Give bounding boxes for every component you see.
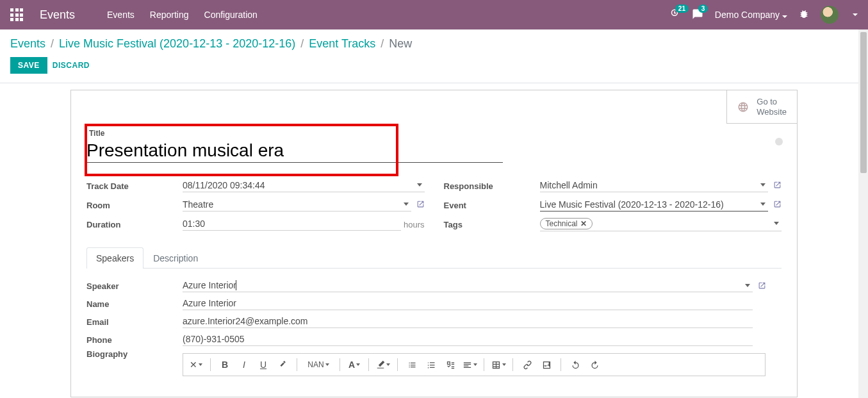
tab-speakers[interactable]: Speakers [86, 247, 143, 269]
rich-text-toolbar: ✕ B I U NAN A [183, 353, 766, 376]
track-date-field[interactable]: 08/11/2020 09:34:44 [183, 180, 425, 192]
scrollbar[interactable] [858, 29, 868, 398]
tags-field[interactable]: Technical✕ [540, 218, 782, 231]
email-label: Email [86, 317, 183, 327]
rte-style-icon[interactable]: ✕ [187, 356, 205, 373]
speaker-label: Speaker [86, 281, 183, 291]
chevron-down-icon [745, 284, 750, 287]
rte-link-icon[interactable] [518, 356, 536, 373]
scrollbar-thumb[interactable] [860, 32, 867, 173]
rte-redo-icon[interactable] [585, 356, 603, 373]
user-menu-caret[interactable] [853, 13, 858, 16]
responsible-external-link-icon[interactable] [773, 181, 782, 191]
biography-label: Biography [86, 349, 183, 359]
track-date-label: Track Date [86, 181, 183, 191]
chevron-down-icon [760, 203, 766, 206]
top-navbar: Events Events Reporting Configuration 21… [0, 0, 868, 29]
breadcrumb-current: New [389, 37, 412, 51]
rte-table-icon[interactable] [489, 356, 507, 373]
tag-remove-icon[interactable]: ✕ [580, 219, 587, 228]
apps-grid-icon[interactable] [10, 8, 23, 21]
email-field[interactable]: azure.Interior24@example.com [183, 316, 753, 328]
tags-label: Tags [444, 220, 540, 229]
responsible-label: Responsible [444, 181, 540, 191]
speaker-field[interactable]: Azure Interior [183, 280, 753, 292]
duration-suffix: hours [404, 220, 425, 229]
breadcrumb-event[interactable]: Live Music Festival (2020-12-13 - 2020-1… [59, 37, 295, 51]
phone-field[interactable]: (870)-931-0505 [183, 334, 753, 346]
form-sheet: Go toWebsite Title Track Date 08/11/2020… [70, 90, 798, 397]
message-count: 3 [698, 4, 708, 13]
responsible-field[interactable]: Mitchell Admin [540, 180, 769, 192]
room-label: Room [86, 201, 183, 210]
user-avatar[interactable] [821, 6, 839, 24]
company-selector[interactable]: Demo Company [715, 10, 787, 20]
tag-item: Technical✕ [540, 218, 593, 229]
duration-label: Duration [86, 220, 183, 229]
duration-field[interactable]: 01:30 [183, 219, 401, 231]
chevron-down-icon [404, 203, 409, 206]
rte-italic-icon[interactable]: I [235, 356, 253, 373]
rte-ul-icon[interactable] [403, 356, 421, 373]
menu-reporting[interactable]: Reporting [150, 10, 189, 20]
globe-icon [737, 101, 749, 113]
title-label: Title [89, 129, 782, 138]
chevron-down-icon [417, 183, 422, 187]
rte-font-color-icon[interactable]: A [345, 356, 363, 373]
activity-icon[interactable]: 21 [669, 8, 680, 22]
room-field[interactable]: Theatre [183, 199, 411, 211]
name-label: Name [86, 299, 183, 309]
event-field[interactable]: Live Music Festival (2020-12-13 - 2020-1… [540, 199, 769, 211]
breadcrumb: Events / Live Music Festival (2020-12-13… [10, 37, 858, 51]
save-button[interactable]: SAVE [10, 57, 47, 74]
rte-bold-icon[interactable]: B [216, 356, 234, 373]
app-brand: Events [40, 8, 75, 22]
go-to-website-button[interactable]: Go toWebsite [726, 90, 797, 124]
rte-checklist-icon[interactable] [441, 356, 459, 373]
room-external-link-icon[interactable] [416, 200, 425, 210]
menu-configuration[interactable]: Configuration [204, 10, 258, 20]
rte-underline-icon[interactable]: U [254, 356, 272, 373]
tab-bar: Speakers Description [86, 247, 782, 269]
event-external-link-icon[interactable] [773, 200, 782, 210]
rte-ol-icon[interactable] [422, 356, 440, 373]
rte-image-icon[interactable] [537, 356, 555, 373]
discard-button[interactable]: DISCARD [53, 61, 90, 70]
tab-description[interactable]: Description [143, 247, 208, 269]
menu-events[interactable]: Events [107, 10, 135, 20]
main-menu: Events Reporting Configuration [107, 10, 258, 20]
title-input[interactable] [86, 138, 503, 163]
phone-label: Phone [86, 335, 183, 345]
speaker-external-link-icon[interactable] [758, 281, 766, 292]
rte-highlight-icon[interactable] [374, 356, 392, 373]
chevron-down-icon [774, 222, 779, 225]
activity-count: 21 [675, 4, 689, 13]
rte-clear-format-icon[interactable] [274, 356, 291, 373]
name-field[interactable]: Azure Interior [183, 298, 753, 310]
rte-paragraph-icon[interactable] [461, 356, 479, 373]
rte-fontsize[interactable]: NAN [302, 356, 334, 373]
chevron-down-icon [760, 183, 766, 187]
messaging-icon[interactable]: 3 [692, 8, 703, 22]
breadcrumb-tracks[interactable]: Event Tracks [309, 37, 375, 51]
debug-icon[interactable] [799, 9, 809, 21]
breadcrumb-events[interactable]: Events [10, 37, 45, 51]
rte-undo-icon[interactable] [566, 356, 584, 373]
event-label: Event [444, 201, 540, 210]
control-panel: Events / Live Music Festival (2020-12-13… [0, 29, 868, 74]
